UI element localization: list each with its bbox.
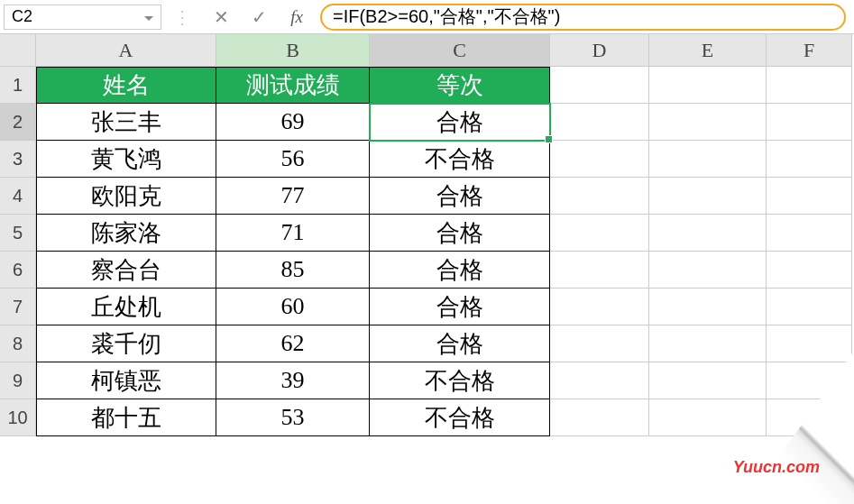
grid: A B C D E F 姓名 测试成绩 等次 张三丰 69 合格 <box>36 34 854 436</box>
cell-b2[interactable]: 69 <box>216 104 370 141</box>
row-header-8[interactable]: 8 <box>0 325 36 362</box>
cell-f1[interactable] <box>767 67 852 104</box>
cell-d5[interactable] <box>550 215 649 252</box>
cell-e9[interactable] <box>649 362 767 399</box>
row-header-3[interactable]: 3 <box>0 141 36 178</box>
spreadsheet: 1 2 3 4 5 6 7 8 9 10 A B C D E F 姓名 测试成绩… <box>0 34 854 436</box>
cell-d9[interactable] <box>550 362 649 399</box>
confirm-icon[interactable]: ✓ <box>240 5 278 30</box>
cell-b7[interactable]: 60 <box>216 289 370 325</box>
formula-bar: C2 ⋮ ✕ ✓ fx =IF(B2>=60,"合格","不合格") <box>0 0 854 34</box>
cell-e7[interactable] <box>649 289 767 325</box>
cell-c2[interactable]: 合格 <box>370 104 550 141</box>
cell-b8[interactable]: 62 <box>216 325 370 362</box>
row-header-1[interactable]: 1 <box>0 67 36 104</box>
cell-f2[interactable] <box>767 104 852 141</box>
cell-b1[interactable]: 测试成绩 <box>216 67 370 104</box>
col-header-d[interactable]: D <box>550 34 649 67</box>
cell-f8[interactable] <box>767 325 852 362</box>
cell-d4[interactable] <box>550 178 649 215</box>
cell-b6[interactable]: 85 <box>216 252 370 289</box>
cell-f7[interactable] <box>767 289 852 325</box>
separator-icon: ⋮ <box>161 6 202 28</box>
cell-c6[interactable]: 合格 <box>370 252 550 289</box>
column-headers: A B C D E F <box>36 34 854 67</box>
cell-e1[interactable] <box>649 67 767 104</box>
cell-c3[interactable]: 不合格 <box>370 141 550 178</box>
cell-a8[interactable]: 裘千仞 <box>36 325 216 362</box>
cell-b9[interactable]: 39 <box>216 362 370 399</box>
col-header-a[interactable]: A <box>36 34 216 67</box>
cell-b3[interactable]: 56 <box>216 141 370 178</box>
cell-c8[interactable]: 合格 <box>370 325 550 362</box>
col-header-f[interactable]: F <box>767 34 852 67</box>
cell-a2[interactable]: 张三丰 <box>36 104 216 141</box>
cell-a6[interactable]: 察合台 <box>36 252 216 289</box>
cell-b4[interactable]: 77 <box>216 178 370 215</box>
row-header-5[interactable]: 5 <box>0 215 36 252</box>
row-header-10[interactable]: 10 <box>0 399 36 436</box>
cell-a1[interactable]: 姓名 <box>36 67 216 104</box>
cell-f5[interactable] <box>767 215 852 252</box>
cell-e3[interactable] <box>649 141 767 178</box>
select-all-corner[interactable] <box>0 34 36 67</box>
row-header-7[interactable]: 7 <box>0 289 36 325</box>
cell-b10[interactable]: 53 <box>216 399 370 436</box>
cell-a3[interactable]: 黄飞鸿 <box>36 141 216 178</box>
cell-d3[interactable] <box>550 141 649 178</box>
col-header-b[interactable]: B <box>216 34 370 67</box>
name-box[interactable]: C2 <box>4 5 161 30</box>
row-header-6[interactable]: 6 <box>0 252 36 289</box>
cell-c9[interactable]: 不合格 <box>370 362 550 399</box>
cell-c7[interactable]: 合格 <box>370 289 550 325</box>
cell-a10[interactable]: 都十五 <box>36 399 216 436</box>
cell-e6[interactable] <box>649 252 767 289</box>
cell-e10[interactable] <box>649 399 767 436</box>
row-header-4[interactable]: 4 <box>0 178 36 215</box>
cells: 姓名 测试成绩 等次 张三丰 69 合格 黄飞鸿 56 不合格 <box>36 67 854 436</box>
fx-icon[interactable]: fx <box>278 5 316 30</box>
cell-c5[interactable]: 合格 <box>370 215 550 252</box>
cell-c4[interactable]: 合格 <box>370 178 550 215</box>
cell-a4[interactable]: 欧阳克 <box>36 178 216 215</box>
cell-f3[interactable] <box>767 141 852 178</box>
cell-c10[interactable]: 不合格 <box>370 399 550 436</box>
cell-a7[interactable]: 丘处机 <box>36 289 216 325</box>
col-header-e[interactable]: E <box>649 34 767 67</box>
watermark: Yuucn.com <box>733 458 820 477</box>
formula-input[interactable]: =IF(B2>=60,"合格","不合格") <box>320 4 846 31</box>
cell-e4[interactable] <box>649 178 767 215</box>
cell-b5[interactable]: 71 <box>216 215 370 252</box>
cell-c1[interactable]: 等次 <box>370 67 550 104</box>
cell-e5[interactable] <box>649 215 767 252</box>
cell-e8[interactable] <box>649 325 767 362</box>
col-header-c[interactable]: C <box>370 34 550 67</box>
cell-a5[interactable]: 陈家洛 <box>36 215 216 252</box>
cell-f6[interactable] <box>767 252 852 289</box>
cell-d1[interactable] <box>550 67 649 104</box>
cell-d7[interactable] <box>550 289 649 325</box>
row-header-9[interactable]: 9 <box>0 362 36 399</box>
row-headers: 1 2 3 4 5 6 7 8 9 10 <box>0 34 36 436</box>
row-header-2[interactable]: 2 <box>0 104 36 141</box>
cell-d6[interactable] <box>550 252 649 289</box>
cancel-icon[interactable]: ✕ <box>202 5 240 30</box>
cell-a9[interactable]: 柯镇恶 <box>36 362 216 399</box>
cell-f4[interactable] <box>767 178 852 215</box>
cell-e2[interactable] <box>649 104 767 141</box>
cell-d8[interactable] <box>550 325 649 362</box>
cell-d10[interactable] <box>550 399 649 436</box>
cell-d2[interactable] <box>550 104 649 141</box>
